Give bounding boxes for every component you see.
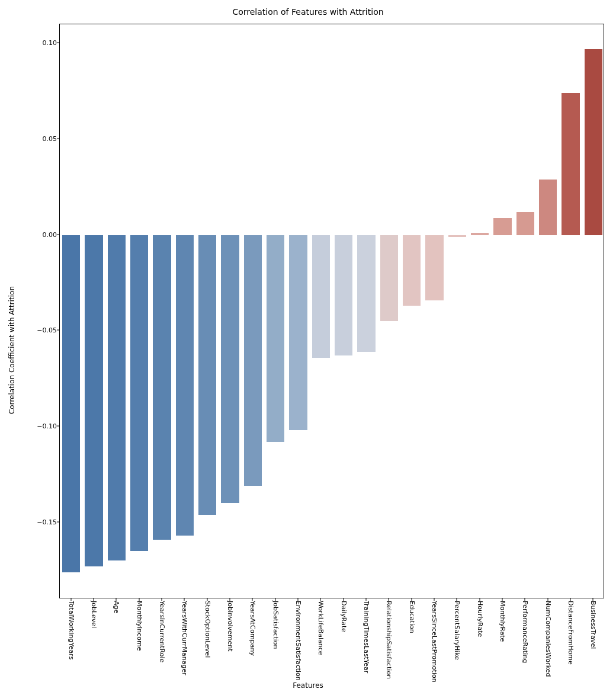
xtick-label: RelationshipSatisfaction xyxy=(385,601,393,679)
bar xyxy=(357,235,376,352)
chart-title: Correlation of Features with Attrition xyxy=(0,7,616,17)
bar xyxy=(493,218,512,235)
bar xyxy=(62,235,81,572)
xtick-label: MonthlyIncome xyxy=(135,601,143,651)
xtick-label: YearsAtCompany xyxy=(249,601,256,656)
xtick-label: JobInvolvement xyxy=(226,601,234,652)
figure: Correlation of Features with Attrition C… xyxy=(0,0,616,692)
ytick-mark xyxy=(57,330,59,331)
bar xyxy=(471,233,489,235)
ytick-label: −0.05 xyxy=(37,326,57,334)
y-axis-label: Correlation Coefficient with Attrition xyxy=(8,286,16,414)
ytick-mark xyxy=(57,426,59,427)
ytick-label: −0.15 xyxy=(37,518,57,526)
bar xyxy=(425,235,444,300)
xtick-label: YearsInCurrentRole xyxy=(158,601,166,662)
ytick-label: 0.10 xyxy=(43,39,57,47)
ytick-mark xyxy=(57,234,59,235)
bar xyxy=(516,212,535,235)
xtick-label: JobSatisfaction xyxy=(271,601,279,649)
xtick-label: Age xyxy=(113,601,120,613)
bar xyxy=(289,235,307,431)
xtick-label: DailyRate xyxy=(339,601,347,632)
bar xyxy=(130,235,149,552)
bar xyxy=(221,235,239,504)
xtick-label: PercentSalaryHike xyxy=(453,601,461,660)
ytick-label: 0.00 xyxy=(43,230,57,238)
xtick-label: PerformanceRating xyxy=(521,601,529,663)
bar xyxy=(562,93,580,235)
xtick-label: TotalWorkingYears xyxy=(67,601,75,660)
bar xyxy=(176,235,194,536)
bar xyxy=(403,235,421,306)
xtick-label: EnvironmentSatisfaction xyxy=(294,601,302,681)
xtick-label: StockOptionLevel xyxy=(203,601,211,658)
xtick-label: WorkLifeBalance xyxy=(317,601,325,655)
bar xyxy=(312,235,331,358)
xtick-label: YearsWithCurrManager xyxy=(181,601,188,675)
bar xyxy=(244,235,262,486)
xtick-label: BusinessTravel xyxy=(589,601,597,649)
bar xyxy=(85,235,103,566)
bar xyxy=(108,235,126,561)
xtick-label: DistanceFromHome xyxy=(567,601,575,665)
bar xyxy=(380,235,399,322)
xtick-label: HourlyRate xyxy=(476,601,483,637)
x-axis-label: Features xyxy=(0,681,616,690)
ytick-label: 0.05 xyxy=(43,135,57,143)
bar xyxy=(153,235,171,540)
bar xyxy=(198,235,217,515)
ytick-mark xyxy=(57,43,59,43)
ytick-label: −0.10 xyxy=(37,422,57,430)
bar xyxy=(448,235,467,237)
ytick-mark xyxy=(57,139,59,139)
xtick-label: YearsSinceLastPromotion xyxy=(431,601,438,683)
plot-area xyxy=(59,24,604,598)
bar xyxy=(267,235,285,442)
xtick-label: MonthlyRate xyxy=(499,601,506,642)
xtick-label: JobLevel xyxy=(90,601,98,628)
xtick-label: TrainingTimesLastYear xyxy=(362,601,370,673)
bar xyxy=(335,235,353,356)
bar xyxy=(585,49,603,235)
ytick-mark xyxy=(57,521,59,522)
xtick-label: NumCompaniesWorked xyxy=(544,601,551,677)
bar xyxy=(539,180,557,235)
xtick-label: Education xyxy=(408,601,415,633)
